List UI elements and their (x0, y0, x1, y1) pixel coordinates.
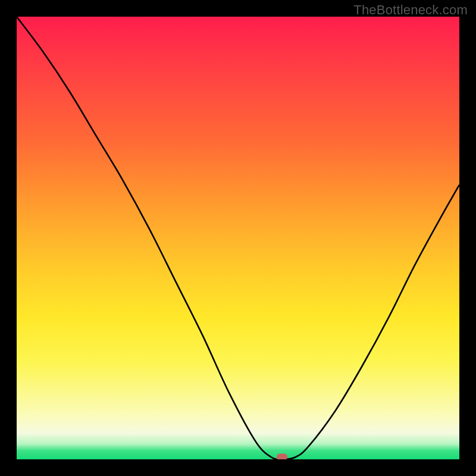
plot-area (17, 17, 459, 459)
chart-frame: TheBottleneck.com (0, 0, 476, 476)
watermark-text: TheBottleneck.com (353, 2, 468, 18)
optimal-point-marker (277, 454, 287, 459)
bottleneck-curve (17, 17, 459, 459)
